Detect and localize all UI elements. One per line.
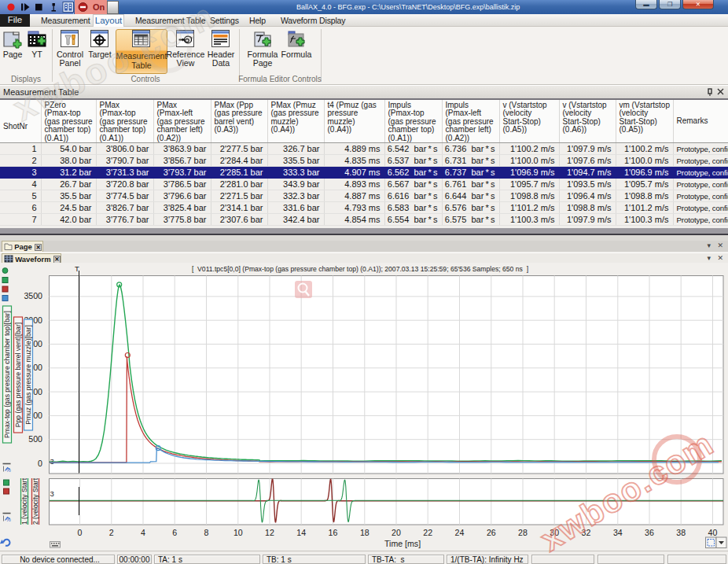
svg-text:3: 3 [50, 489, 54, 498]
svg-text:40: 40 [708, 528, 718, 537]
svg-text:20: 20 [392, 528, 401, 537]
svg-text:38: 38 [676, 528, 686, 537]
svg-text:2: 2 [109, 528, 114, 537]
svg-text:6: 6 [172, 528, 177, 537]
svg-text:14: 14 [296, 528, 306, 537]
svg-text:3500: 3500 [24, 291, 42, 300]
svg-text:On: On [93, 2, 105, 12]
svg-text:3: 3 [50, 457, 54, 466]
svg-text:24: 24 [455, 528, 465, 537]
svg-text:Time [ms]: Time [ms] [384, 539, 421, 548]
svg-text:2 (velocity Start: 2 (velocity Start [31, 477, 39, 525]
svg-text:34: 34 [613, 528, 623, 537]
svg-text:0: 0 [78, 528, 83, 537]
svg-text:Pmax-top (gas pressure chamber: Pmax-top (gas pressure chamber top)[bar] [3, 311, 11, 438]
svg-text:30: 30 [550, 528, 559, 537]
svg-text:1 (velocity Start: 1 (velocity Start [20, 477, 28, 525]
svg-text:26: 26 [487, 528, 496, 537]
svg-text:22: 22 [423, 528, 432, 537]
svg-text:36: 36 [645, 528, 654, 537]
svg-text:%: % [6, 517, 11, 522]
svg-text:32: 32 [582, 528, 591, 537]
svg-text:8: 8 [204, 528, 209, 537]
svg-text:16: 16 [329, 528, 338, 537]
svg-text:[ V011.tpc5[0,0] (Pmax-top (g: [ V011.tpc5[0,0] (Pmax-top (gas pressure… [192, 265, 528, 273]
svg-text:Ppp (gas pressure barrel vent): Ppp (gas pressure barrel vent)[bar] [14, 323, 22, 427]
svg-text:28: 28 [518, 528, 528, 537]
svg-text:Pmuz (gas pressure muzzle)[bar: Pmuz (gas pressure muzzle)[bar] [24, 325, 32, 425]
svg-text:0: 0 [38, 459, 42, 468]
svg-text:4: 4 [141, 528, 145, 537]
svg-text:%: % [6, 467, 11, 473]
svg-text:12: 12 [265, 528, 274, 537]
svg-text:10: 10 [233, 528, 243, 537]
svg-text:500: 500 [28, 434, 42, 444]
svg-text:18: 18 [360, 528, 370, 537]
